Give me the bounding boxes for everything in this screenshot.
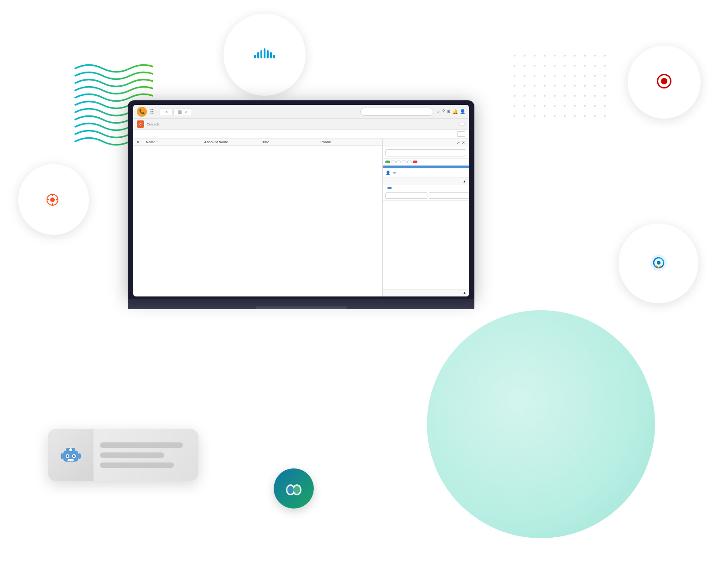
sf-tab-dickenson-close[interactable]: ✕ [185, 110, 188, 114]
cti-transfer-btn[interactable] [396, 161, 401, 163]
cti-contact-edit[interactable]: ✏ [393, 171, 396, 175]
svg-point-21 [294, 486, 300, 494]
svg-point-16 [73, 455, 75, 457]
sf-nav-icons: ☆ ? ⚙ 🔔 👤 [436, 109, 465, 114]
cti-search-input[interactable] [385, 149, 466, 156]
sf-col-account[interactable]: Account Name [204, 140, 263, 144]
sf-contacts-panel: # Name ↑ Account Name Title Phone [133, 139, 382, 296]
sf-inline-search[interactable] [457, 131, 465, 137]
svg-point-20 [287, 486, 294, 494]
robot-line-1 [100, 442, 183, 448]
svg-rect-17 [68, 459, 74, 461]
amazon-connect-icon [649, 253, 668, 272]
cti-view-stats-btn[interactable] [387, 187, 392, 189]
robot-line-3 [100, 462, 174, 468]
genesys-icon [46, 193, 59, 206]
robot-icon [59, 443, 83, 467]
robot-line-2 [100, 452, 164, 458]
sf-phone-icon: 📞 [137, 107, 147, 117]
sf-col-name[interactable]: Name ↑ [146, 140, 204, 144]
sf-filter-row [133, 130, 469, 139]
cti-golden-btn[interactable] [402, 161, 406, 163]
svg-rect-12 [78, 453, 81, 459]
sf-search-input[interactable] [360, 108, 433, 116]
sf-tab-contacts[interactable]: ✕ [160, 108, 172, 115]
cti-header: ⤢ ✕ [383, 139, 469, 147]
sf-cti-panel: ⤢ ✕ [382, 139, 469, 296]
sf-tab-dickenson-icon: 🏢 [177, 110, 182, 114]
svg-point-15 [67, 455, 68, 457]
cti-agent-search-row [383, 191, 469, 201]
sf-tab-dickenson[interactable]: 🏢 ✕ [173, 108, 192, 115]
sf-contacts-icon: C [137, 120, 144, 128]
laptop: 📞 ⠿ ✕ 🏢 ✕ [128, 100, 474, 309]
cti-consult-btn[interactable] [391, 161, 395, 163]
sf-settings-icon[interactable]: ⚙ [447, 109, 451, 114]
cti-search [383, 147, 469, 159]
sf-contacts-header: C Contacts [133, 119, 469, 130]
cti-queue-chevron[interactable]: ▲ [463, 291, 466, 294]
sf-col-title[interactable]: Title [262, 140, 321, 144]
cti-team-stats-title: ▲ [383, 178, 469, 185]
sf-help-icon[interactable]: ? [442, 109, 445, 114]
sf-content-area: # Name ↑ Account Name Title Phone [133, 139, 469, 296]
dots-decoration: const grid = document.querySelector('.do… [514, 55, 614, 137]
sf-avatar-icon[interactable]: 👤 [460, 109, 465, 114]
robot-card-lines [94, 434, 198, 476]
cti-expand-icon[interactable]: ⤢ [457, 140, 460, 145]
cti-contact-card: 👤 ✏ [383, 168, 469, 178]
cti-close-icon[interactable]: ✕ [462, 140, 465, 145]
robot-icon-box [48, 429, 94, 481]
sf-tab-contacts-close[interactable]: ✕ [165, 110, 168, 114]
genesys-brand-circle [18, 164, 89, 235]
cti-hold-btn[interactable] [385, 161, 390, 163]
svg-point-7 [657, 261, 660, 265]
sf-col-num: # [137, 140, 146, 144]
sf-star-icon[interactable]: ☆ [436, 109, 440, 114]
cti-agent-list [383, 201, 469, 289]
cti-queue-section: ▲ [383, 289, 469, 296]
amazon-connect-brand-circle [619, 223, 698, 303]
laptop-base [128, 299, 474, 309]
sf-bell-icon[interactable]: 🔔 [452, 109, 458, 114]
cti-queue-title: ▲ [385, 291, 466, 294]
cti-end-btn[interactable] [413, 161, 417, 163]
cti-action-buttons [383, 159, 469, 166]
sf-tab-bar: ✕ 🏢 ✕ [160, 108, 358, 115]
cti-agent-search-input[interactable] [385, 192, 427, 199]
avaya-brand-circle [628, 46, 701, 119]
teal-circle-decoration [427, 310, 655, 538]
svg-rect-11 [61, 453, 63, 459]
svg-point-1 [50, 197, 55, 202]
sf-breadcrumb: Contacts [147, 123, 160, 126]
salesforce-ui: 📞 ⠿ ✕ 🏢 ✕ [133, 105, 469, 296]
sf-top-nav: 📞 ⠿ ✕ 🏢 ✕ [133, 105, 469, 119]
webex-badge [274, 468, 314, 509]
svg-point-10 [69, 448, 72, 451]
cti-chevron-icon[interactable]: ▲ [463, 179, 466, 183]
cti-state-select[interactable] [429, 192, 469, 199]
cisco-brand-circle [224, 14, 306, 96]
laptop-screen-frame: 📞 ⠿ ✕ 🏢 ✕ [128, 100, 474, 299]
sf-table: # Name ↑ Account Name Title Phone [133, 139, 382, 296]
laptop-screen: 📞 ⠿ ✕ 🏢 ✕ [133, 105, 469, 296]
scene: const grid = document.querySelector('.do… [0, 0, 728, 561]
sf-table-header: # Name ↑ Account Name Title Phone [133, 139, 382, 146]
robot-card [48, 429, 198, 481]
sf-grid-icon: ⠿ [150, 108, 154, 115]
cti-contact-name: 👤 ✏ [385, 171, 466, 175]
sf-col-phone[interactable]: Phone [321, 140, 379, 144]
sf-new-button[interactable] [459, 123, 465, 125]
cti-header-icons: ⤢ ✕ [457, 140, 465, 145]
cti-team-filters [383, 185, 469, 191]
cti-associate-btn[interactable] [407, 161, 412, 163]
